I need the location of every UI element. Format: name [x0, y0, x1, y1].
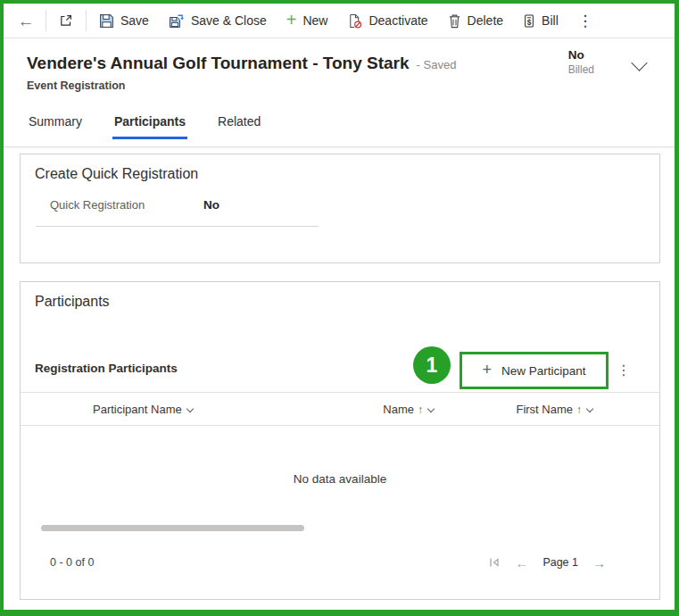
new-participant-button-label: New Participant [501, 364, 586, 378]
column-header-participant-name[interactable]: Participant Name [21, 403, 327, 416]
vertical-ellipsis-icon: ⋮ [617, 362, 631, 378]
trash-icon [448, 13, 461, 29]
save-and-close-button[interactable]: Save & Close [159, 7, 277, 34]
form-tabs: Summary Participants Related [27, 109, 262, 139]
page-title: Vendere's Annual Golf Tournament - Tony … [27, 54, 410, 73]
bill-button[interactable]: $ Bill [513, 7, 568, 34]
vertical-ellipsis-icon: ⋮ [577, 12, 592, 30]
open-in-new-window-icon [59, 13, 73, 28]
annotation-step-number: 1 [426, 354, 438, 378]
section-title: Participants [21, 282, 659, 310]
bill-button-label: Bill [542, 13, 559, 28]
field-label: Quick Registration [50, 198, 203, 212]
plus-icon: + [286, 11, 297, 29]
app-window: ← Save [0, 0, 679, 616]
record-header: Vendere's Annual Golf Tournament - Tony … [4, 39, 675, 111]
section-title: Create Quick Registration [21, 154, 659, 182]
subgrid-overflow-button[interactable]: ⋮ [611, 360, 636, 380]
delete-button-label: Delete [468, 13, 503, 28]
billed-headline-field: No Billed [568, 48, 594, 76]
header-divider [4, 146, 675, 147]
column-header-first-name[interactable]: First Name↑ [434, 403, 592, 416]
sort-ascending-icon: ↑ [576, 404, 582, 416]
save-floppy-icon [99, 13, 114, 29]
participants-section: Participants Registration Participants 1… [20, 281, 660, 600]
subgrid-header: Registration Participants 1 + New Partic… [21, 310, 659, 392]
plus-icon: + [482, 362, 492, 378]
back-arrow-icon: ← [18, 12, 35, 29]
deactivate-icon [347, 13, 362, 29]
grid-column-headers: Participant Name Name↑ First Name↑ [21, 392, 659, 426]
command-overflow-button[interactable]: ⋮ [568, 7, 602, 34]
new-participant-button[interactable]: + New Participant [460, 352, 609, 389]
page-number-label: Page 1 [542, 556, 578, 569]
column-label: First Name [516, 403, 573, 416]
previous-page-icon[interactable]: ← [515, 556, 528, 570]
tab-participants[interactable]: Participants [112, 109, 187, 139]
save-status: - Saved [417, 58, 457, 71]
new-button[interactable]: + New [277, 7, 338, 34]
tab-related[interactable]: Related [216, 109, 262, 139]
billed-label: Billed [568, 63, 594, 76]
delete-button[interactable]: Delete [438, 7, 513, 34]
horizontal-scrollbar[interactable] [41, 525, 304, 531]
first-page-icon[interactable] [488, 556, 501, 569]
deactivate-button[interactable]: Deactivate [337, 7, 437, 34]
subgrid-title: Registration Participants [35, 362, 178, 375]
quick-registration-section: Create Quick Registration Quick Registra… [20, 154, 660, 263]
entity-name: Event Registration [27, 79, 125, 92]
column-header-name[interactable]: Name↑ [327, 403, 434, 416]
toolbar-divider [46, 10, 46, 31]
quick-registration-field[interactable]: Quick Registration No [36, 196, 319, 227]
save-button[interactable]: Save [89, 7, 159, 34]
header-expand-chevron-icon[interactable] [631, 54, 647, 71]
save-and-close-icon [169, 12, 185, 29]
sort-ascending-icon: ↑ [418, 404, 423, 416]
field-value: No [203, 198, 219, 212]
popout-button[interactable] [49, 7, 83, 34]
toolbar-divider [86, 10, 87, 31]
title-row: Vendere's Annual Golf Tournament - Tony … [27, 54, 456, 73]
chevron-down-icon [186, 404, 193, 412]
bill-icon: $ [523, 13, 535, 29]
back-button[interactable]: ← [9, 7, 43, 34]
svg-text:$: $ [527, 17, 532, 26]
new-button-label: New [302, 13, 327, 28]
chevron-down-icon [586, 404, 593, 412]
pager: ← Page 1 → [488, 556, 606, 570]
column-label: Name [383, 403, 414, 416]
save-button-label: Save [120, 13, 149, 28]
deactivate-button-label: Deactivate [368, 13, 427, 28]
command-bar: ← Save [4, 4, 675, 38]
next-page-icon[interactable]: → [592, 556, 606, 570]
grid-footer: 0 - 0 of 0 ← Page 1 → [21, 545, 659, 580]
column-label: Participant Name [93, 403, 182, 416]
tab-summary[interactable]: Summary [27, 109, 84, 139]
record-count: 0 - 0 of 0 [50, 556, 488, 569]
grid-empty-state: No data available [21, 472, 659, 486]
save-and-close-button-label: Save & Close [191, 13, 267, 28]
billed-value: No [568, 48, 594, 62]
annotation-step-badge: 1 [413, 346, 451, 384]
